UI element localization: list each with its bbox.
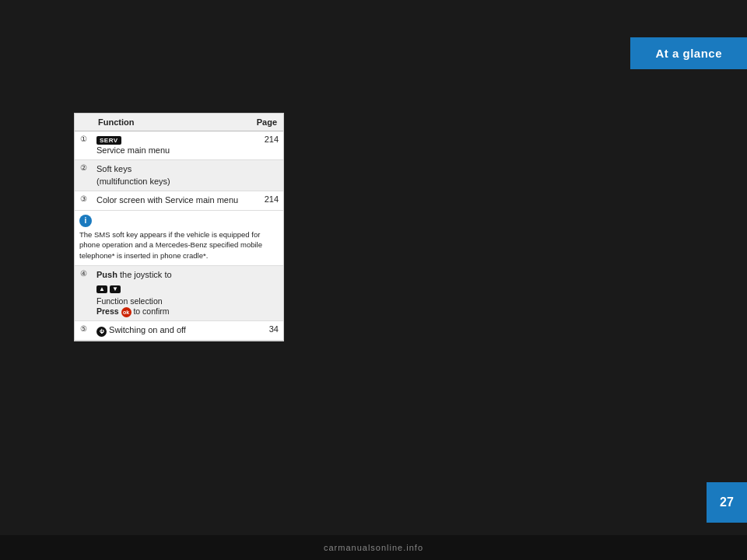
row-function: SERV Service main menu xyxy=(92,131,251,160)
table-row: ③ Color screen with Service main menu 21… xyxy=(75,191,283,210)
row-function: Color screen with Service main menu xyxy=(92,191,251,210)
at-a-glance-tab: At a glance xyxy=(630,37,747,69)
row-num: ④ xyxy=(75,265,92,320)
switching-label: Switching on and off xyxy=(109,325,186,334)
page-number: 27 xyxy=(707,482,747,523)
row-page xyxy=(251,160,283,191)
table-header: Function Page xyxy=(75,114,283,131)
col-page-header: Page xyxy=(251,114,283,131)
row-page: 34 xyxy=(251,321,283,341)
row-page: 214 xyxy=(251,131,283,160)
soft-keys-label: Soft keys(multifunction keys) xyxy=(96,164,170,185)
power-button-icon: ⏻ xyxy=(96,327,107,337)
row-num: ③ xyxy=(75,191,92,210)
push-joystick-label: Push the joystick to xyxy=(96,270,172,279)
row-function: Push the joystick to ▲ ▼ Function select… xyxy=(92,265,251,320)
watermark: carmanualsonline.info xyxy=(0,535,747,560)
row-page xyxy=(251,265,283,320)
col-num-header xyxy=(75,114,92,131)
table-row: ② Soft keys(multifunction keys) xyxy=(75,160,283,191)
info-text: The SMS soft key appears if the vehicle … xyxy=(79,229,279,261)
row-num: ① xyxy=(75,131,92,160)
color-screen-label: Color screen with Service main menu xyxy=(96,195,238,205)
table-row: ⑤ ⏻ Switching on and off 34 xyxy=(75,321,283,341)
table-row: ④ Push the joystick to ▲ ▼ Function sele… xyxy=(75,265,283,320)
table-row: ① SERV Service main menu 214 xyxy=(75,131,283,160)
row-num: ⑤ xyxy=(75,321,92,341)
main-table: Function Page ① SERV Service main menu 2… xyxy=(74,113,284,341)
row-function: ⏻ Switching on and off xyxy=(92,321,251,341)
table-row-info: i The SMS soft key appears if the vehicl… xyxy=(75,210,283,265)
function-selection-label: Function selection xyxy=(96,296,246,306)
col-function-header: Function xyxy=(92,114,251,131)
row-page: 214 xyxy=(251,191,283,210)
arrow-down-icon: ▼ xyxy=(110,285,121,293)
row-num: ② xyxy=(75,160,92,191)
serv-badge: SERV xyxy=(96,136,121,145)
arrow-up-icon: ▲ xyxy=(96,285,107,293)
press-confirm-label: Press ok to confirm xyxy=(96,306,246,317)
row-function: Soft keys(multifunction keys) xyxy=(92,160,251,191)
service-main-menu-label: Service main menu xyxy=(96,145,170,155)
ok-button-icon: ok xyxy=(121,307,132,317)
info-cell: i The SMS soft key appears if the vehicl… xyxy=(75,210,283,265)
info-icon: i xyxy=(79,215,92,227)
